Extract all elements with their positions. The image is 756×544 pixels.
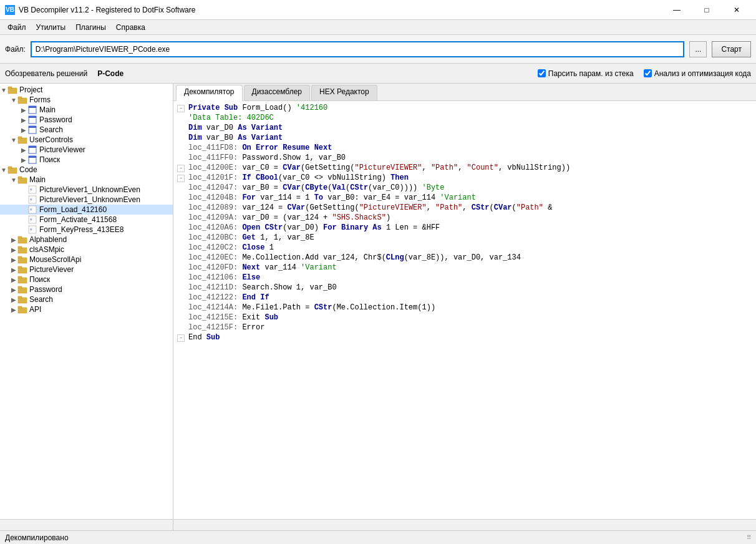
svg-rect-5 bbox=[29, 106, 36, 108]
status-text: Декомпилировано bbox=[5, 533, 69, 542]
tree-toggle-mousescroll[interactable]: ▶ bbox=[10, 256, 17, 263]
tree-toggle-pictureview2[interactable]: ▶ bbox=[10, 266, 17, 273]
tree-item-code[interactable]: ▼Code bbox=[0, 165, 173, 175]
tree-item-form_load[interactable]: ⚡Form_Load_412160 bbox=[0, 205, 173, 215]
file-path-input[interactable] bbox=[31, 41, 685, 57]
start-button[interactable]: Старт bbox=[712, 41, 751, 57]
tree-toggle-poisk[interactable]: ▶ bbox=[20, 157, 27, 163]
code-text-1: 'Data Table: 402D6C bbox=[188, 114, 274, 122]
tree-item-search2[interactable]: ▶Search bbox=[0, 294, 173, 304]
tree-toggle-clsasmpc[interactable]: ▶ bbox=[10, 246, 17, 253]
tree-toggle-alphablend[interactable]: ▶ bbox=[10, 236, 17, 243]
tree-icon-folder bbox=[17, 175, 27, 184]
tree-label-mousescroll: MouseScrollApi bbox=[29, 255, 81, 264]
tree-item-project[interactable]: ▼Project bbox=[0, 85, 173, 95]
code-text-21: loc_41215E: Exit Sub bbox=[188, 313, 278, 322]
tree-toggle-pictureviewer[interactable]: ▶ bbox=[20, 147, 27, 153]
tree-item-poisk2[interactable]: ▶Поиск bbox=[0, 274, 173, 284]
svg-rect-18 bbox=[18, 178, 27, 183]
browse-button[interactable]: ... bbox=[689, 41, 707, 57]
tree-toggle-search_form[interactable]: ▶ bbox=[20, 127, 27, 134]
tree-item-form_keypress[interactable]: ⚡Form_KeyPress_413EE8 bbox=[0, 225, 173, 235]
tree-icon-func: ⚡ bbox=[27, 215, 37, 224]
tree-icon-folder bbox=[17, 235, 27, 244]
code-line-15: loc_4120EC: Me.Collection.Add var_124, C… bbox=[173, 253, 756, 263]
tree-item-func1[interactable]: ⚡PictureViever1_UnknownEven bbox=[0, 185, 173, 195]
menu-item-утилиты[interactable]: Утилиты bbox=[31, 22, 71, 33]
maximize-button[interactable]: □ bbox=[692, 2, 721, 17]
tree-label-poisk2: Поиск bbox=[29, 275, 50, 284]
tree-container[interactable]: ▼Project▼Forms▶Main▶Password▶Search▼User… bbox=[0, 84, 173, 519]
tree-label-pictureviewer: PictureViewer bbox=[39, 145, 85, 154]
analysis-checkbox[interactable] bbox=[644, 69, 652, 77]
tree-item-main[interactable]: ▶Main bbox=[0, 105, 173, 115]
tree-toggle-project[interactable]: ▼ bbox=[0, 87, 7, 94]
code-text-8: loc_412047: var_B0 = CVar(CByte(Val(CStr… bbox=[188, 183, 445, 192]
code-gutter-7[interactable]: - bbox=[176, 174, 186, 182]
svg-rect-9 bbox=[29, 126, 36, 128]
menu-item-файл[interactable]: Файл bbox=[2, 22, 31, 33]
left-scrollbar[interactable] bbox=[0, 519, 173, 530]
code-gutter-6[interactable]: - bbox=[176, 164, 186, 172]
statusbar: Декомпилировано ⠿ bbox=[0, 530, 756, 544]
tree-toggle-code[interactable]: ▼ bbox=[0, 167, 7, 173]
tree-toggle-forms[interactable]: ▼ bbox=[10, 97, 17, 104]
tree-item-pictureview2[interactable]: ▶PictureViever bbox=[0, 265, 173, 274]
tree-item-code_main[interactable]: ▼Main bbox=[0, 175, 173, 185]
svg-rect-39 bbox=[18, 276, 22, 278]
tree-item-form_activate[interactable]: ⚡Form_Activate_411568 bbox=[0, 215, 173, 225]
tree-item-password[interactable]: ▶Password bbox=[0, 115, 173, 125]
tree-item-usercontrols[interactable]: ▼UserControls bbox=[0, 135, 173, 145]
code-line-18: loc_41211D: Search.Show 1, var_B0 bbox=[173, 283, 756, 293]
tree-item-search_form[interactable]: ▶Search bbox=[0, 125, 173, 135]
tree-item-clsasmpc[interactable]: ▶clsASMpic bbox=[0, 245, 173, 255]
tree-item-alphablend[interactable]: ▶Alphablend bbox=[0, 235, 173, 245]
tree-label-code_main: Main bbox=[29, 175, 46, 184]
tree-item-pictureviewer[interactable]: ▶PictureViewer bbox=[0, 145, 173, 155]
tab-0[interactable]: Декомпилятор bbox=[176, 85, 243, 101]
tree-item-mousescroll[interactable]: ▶MouseScrollApi bbox=[0, 255, 173, 265]
tree-item-poisk[interactable]: ▶Поиск bbox=[0, 155, 173, 165]
code-gutter-23[interactable]: - bbox=[176, 334, 186, 342]
menu-item-плагины[interactable]: Плагины bbox=[70, 22, 111, 33]
code-line-7: - loc_41201F: If CBool(var_C0 <> vbNullS… bbox=[173, 173, 756, 183]
code-text-22: loc_41215F: Error bbox=[188, 323, 264, 332]
code-gutter-0[interactable]: - bbox=[176, 104, 186, 112]
tab-2[interactable]: HEX Редактор bbox=[311, 85, 377, 100]
svg-rect-41 bbox=[18, 286, 22, 288]
code-text-7: loc_41201F: If CBool(var_C0 <> vbNullStr… bbox=[188, 173, 409, 182]
tree-item-func2[interactable]: ⚡PictureViever1_UnknownEven bbox=[0, 195, 173, 205]
tree-toggle-search2[interactable]: ▶ bbox=[10, 296, 17, 303]
parse-stack-checkbox[interactable] bbox=[538, 69, 546, 77]
tree-icon-form bbox=[27, 155, 37, 164]
tree-item-forms[interactable]: ▼Forms bbox=[0, 95, 173, 105]
svg-rect-33 bbox=[18, 246, 22, 248]
code-text-23: End Sub bbox=[188, 333, 220, 342]
tree-icon-func: ⚡ bbox=[27, 225, 37, 234]
titlebar-title: VB Decompiler v11.2 - Registered to DotF… bbox=[19, 6, 195, 14]
right-scrollbar[interactable] bbox=[173, 519, 756, 530]
titlebar-left: VB VB Decompiler v11.2 - Registered to D… bbox=[5, 5, 195, 15]
tree-icon-form bbox=[27, 125, 37, 134]
tree-icon-folder bbox=[17, 275, 27, 284]
close-button[interactable]: ✕ bbox=[722, 2, 751, 17]
tree-toggle-poisk2[interactable]: ▶ bbox=[10, 276, 17, 283]
tree-toggle-api[interactable]: ▶ bbox=[10, 306, 17, 313]
tab-1[interactable]: Дизассемблер bbox=[244, 85, 310, 100]
code-text-11: loc_41209A: var_D0 = (var_124 + "SHS.Sha… bbox=[188, 213, 390, 222]
tree-toggle-usercontrols[interactable]: ▼ bbox=[10, 137, 17, 143]
tree-toggle-password2[interactable]: ▶ bbox=[10, 286, 17, 293]
tree-label-form_keypress: Form_KeyPress_413EE8 bbox=[39, 225, 124, 234]
code-area[interactable]: -Private Sub Form_Load() '412160 'Data T… bbox=[173, 101, 756, 519]
minimize-button[interactable]: — bbox=[662, 2, 691, 17]
tree-toggle-password[interactable]: ▶ bbox=[20, 117, 27, 124]
menu-item-справка[interactable]: Справка bbox=[111, 22, 150, 33]
tree-toggle-main[interactable]: ▶ bbox=[20, 107, 27, 114]
tree-icon-form bbox=[27, 145, 37, 154]
svg-text:⚡: ⚡ bbox=[29, 226, 32, 233]
tree-item-password2[interactable]: ▶Password bbox=[0, 284, 173, 294]
svg-rect-2 bbox=[18, 98, 27, 104]
tree-toggle-code_main[interactable]: ▼ bbox=[10, 177, 17, 183]
code-text-4: loc_411FD8: On Error Resume Next bbox=[188, 143, 332, 152]
tree-item-api[interactable]: ▶API bbox=[0, 304, 173, 314]
